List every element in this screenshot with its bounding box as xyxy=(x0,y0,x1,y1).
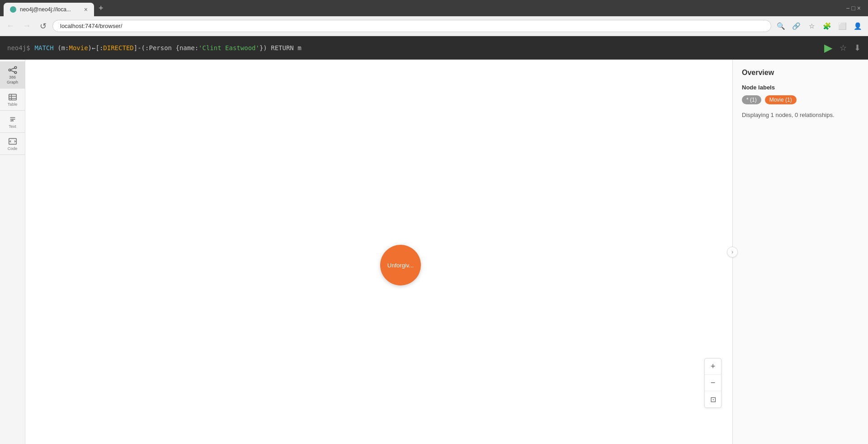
label-directed: DIRECTED xyxy=(103,44,133,51)
svg-text:A: A xyxy=(11,117,14,122)
display-info: Displaying 1 nodes, 0 relationships. xyxy=(742,112,859,118)
query-paren1: (m: xyxy=(54,44,69,51)
query-paren3: ]-(:Person {name: xyxy=(134,44,198,51)
query-actions: ▶ ☆ ⬇ xyxy=(824,42,861,54)
search-browser-button[interactable]: 🔍 xyxy=(774,19,788,33)
share-button[interactable]: 🔗 xyxy=(789,19,803,33)
tab-title: neo4j@neo4j://loca... xyxy=(20,6,80,13)
tab-favicon xyxy=(10,6,16,13)
download-query-button[interactable]: ⬇ xyxy=(854,43,861,53)
window-button[interactable]: ⬜ xyxy=(835,19,849,33)
sidebar-item-text[interactable]: A Text xyxy=(0,111,25,133)
code-label: Code xyxy=(8,146,18,151)
graph-icon xyxy=(8,65,18,75)
svg-line-4 xyxy=(10,70,14,72)
maximize-icon[interactable]: □ xyxy=(851,5,855,12)
table-label: Table xyxy=(8,102,18,107)
app: neo4j$ MATCH (m: Movie )←[: DIRECTED ]-(… xyxy=(0,36,868,444)
code-icon xyxy=(8,136,18,146)
label-badge-all[interactable]: * (1) xyxy=(742,95,761,104)
close-window-icon[interactable]: × xyxy=(857,5,861,12)
graph-label: Graph xyxy=(7,80,18,84)
sidebar-item-graph[interactable]: 386 Graph xyxy=(0,61,25,89)
tab-close-icon[interactable]: × xyxy=(84,6,88,13)
star-query-button[interactable]: ☆ xyxy=(840,43,847,53)
address-text: localhost:7474/browser/ xyxy=(60,23,122,29)
node-labels: * (1) Movie (1) xyxy=(742,95,859,104)
query-text[interactable]: MATCH (m: Movie )←[: DIRECTED ]-(:Person… xyxy=(35,44,824,51)
graph-node-unforgiven[interactable]: Unforgiv... xyxy=(380,245,421,285)
text-label: Text xyxy=(9,124,16,129)
svg-point-0 xyxy=(9,69,11,71)
query-string: 'Clint Eastwood' xyxy=(198,44,259,51)
main-content: 386 Graph Table A xyxy=(0,60,868,444)
profile-button[interactable]: 👤 xyxy=(851,19,864,33)
browser-chrome: neo4j@neo4j://loca... × + − □ × ← → ↺ lo… xyxy=(0,0,868,36)
query-bar: neo4j$ MATCH (m: Movie )←[: DIRECTED ]-(… xyxy=(0,36,868,60)
label-badge-movie[interactable]: Movie (1) xyxy=(765,95,797,104)
panel-toggle[interactable]: › xyxy=(727,247,738,257)
extension-button[interactable]: 🧩 xyxy=(820,19,834,33)
zoom-out-button[interactable]: − xyxy=(705,375,721,391)
zoom-controls: + − ⊡ xyxy=(704,358,722,408)
navigation-bar: ← → ↺ localhost:7474/browser/ 🔍 🔗 ☆ 🧩 ⬜ … xyxy=(0,16,868,36)
left-sidebar: 386 Graph Table A xyxy=(0,60,25,444)
overview-title: Overview xyxy=(742,69,859,77)
run-query-button[interactable]: ▶ xyxy=(824,42,832,54)
right-panel: › Overview Node labels * (1) Movie (1) D… xyxy=(732,60,868,444)
table-icon xyxy=(8,92,18,102)
active-tab[interactable]: neo4j@neo4j://loca... × xyxy=(4,3,94,16)
node-labels-title: Node labels xyxy=(742,84,859,91)
svg-rect-5 xyxy=(9,94,16,100)
query-paren4: }) xyxy=(259,44,271,51)
keyword-return: RETURN xyxy=(271,44,294,51)
graph-count: 386 xyxy=(9,75,16,80)
reload-button[interactable]: ↺ xyxy=(36,19,50,33)
graph-canvas[interactable]: Unforgiv... + − ⊡ xyxy=(25,60,732,444)
back-button[interactable]: ← xyxy=(4,19,17,33)
query-var: m xyxy=(294,44,302,51)
label-movie: Movie xyxy=(69,44,88,51)
sidebar-item-code[interactable]: Code xyxy=(0,133,25,155)
keyword-match: MATCH xyxy=(35,44,54,51)
svg-point-2 xyxy=(14,71,17,74)
address-bar[interactable]: localhost:7474/browser/ xyxy=(52,20,771,32)
fit-graph-button[interactable]: ⊡ xyxy=(705,391,721,407)
tab-bar: neo4j@neo4j://loca... × + − □ × xyxy=(0,0,868,16)
zoom-in-button[interactable]: + xyxy=(705,359,721,375)
forward-button[interactable]: → xyxy=(20,19,33,33)
bookmark-button[interactable]: ☆ xyxy=(805,19,818,33)
sidebar-item-table[interactable]: Table xyxy=(0,89,25,111)
query-paren2: )←[: xyxy=(88,44,104,51)
svg-point-1 xyxy=(14,66,17,69)
new-tab-button[interactable]: + xyxy=(94,4,108,13)
minimize-icon[interactable]: − xyxy=(846,5,849,12)
query-prompt: neo4j$ xyxy=(7,44,30,51)
svg-line-3 xyxy=(10,68,14,70)
text-icon: A xyxy=(8,114,18,124)
